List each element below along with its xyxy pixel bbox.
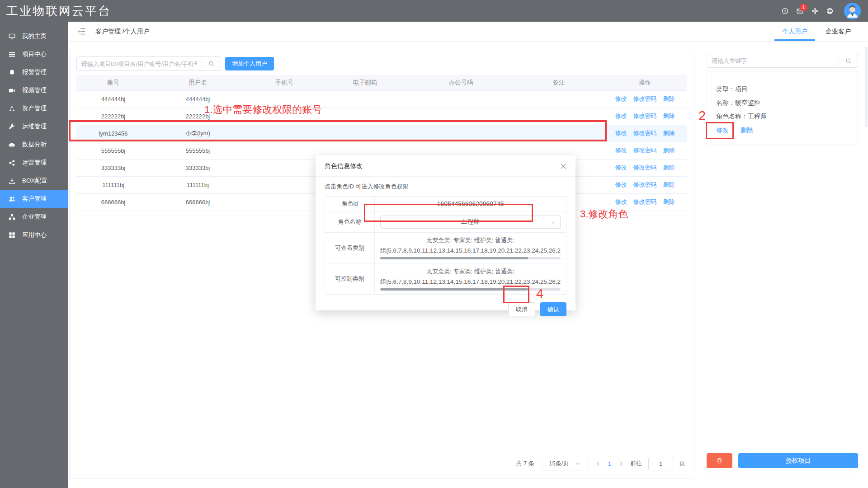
col-office: 办公号码: [407, 75, 515, 90]
sidebar-item-video[interactable]: 视频管理: [0, 81, 68, 99]
delete-link[interactable]: 删除: [663, 181, 675, 188]
sidebar-item-operation[interactable]: 运营管理: [0, 154, 68, 172]
detail-name: 名称：暖空监控: [716, 96, 849, 109]
video-icon: [9, 87, 15, 94]
change-password-link[interactable]: 修改密码: [633, 164, 657, 171]
table-row-selected[interactable]: lym123456小李(lym) 修改修改密码删除: [76, 125, 687, 142]
delete-link[interactable]: 删除: [663, 147, 675, 154]
page-size-select[interactable]: 15条/页: [541, 457, 589, 470]
change-password-link[interactable]: 修改密码: [633, 181, 657, 188]
fold-icon[interactable]: [78, 28, 85, 35]
delete-authorization-button[interactable]: [707, 453, 732, 468]
scrollbar[interactable]: [380, 257, 561, 259]
scrollbar[interactable]: [865, 46, 868, 127]
share-nodes-icon: [9, 160, 15, 166]
page-number[interactable]: 1: [607, 460, 612, 467]
globe-icon[interactable]: [826, 8, 833, 14]
breadcrumb-bar: 客户管理 /个人用户 个人用户 企业客户: [68, 22, 868, 42]
next-page-icon[interactable]: [618, 461, 624, 466]
role-id-label: 角色id: [325, 197, 375, 211]
cancel-button[interactable]: 取消: [508, 302, 535, 316]
close-icon[interactable]: [560, 163, 566, 169]
compress-icon[interactable]: [811, 8, 818, 14]
change-password-link[interactable]: 修改密码: [633, 113, 657, 119]
table-header-row: 账号 用户名 手机号 电子邮箱 办公号码 备注 操作: [76, 75, 687, 90]
search-input[interactable]: [76, 56, 202, 71]
modal-hint: 点击角色ID 可进入修改角色权限: [325, 183, 566, 191]
change-password-link[interactable]: 修改密码: [633, 147, 657, 154]
sidebar-item-analytics[interactable]: 数据分析: [0, 136, 68, 154]
cell-username: 小李(lym): [150, 125, 245, 142]
trash-icon: [716, 457, 723, 464]
edit-link[interactable]: 修改: [615, 130, 627, 136]
edit-link[interactable]: 修改: [615, 113, 627, 119]
change-password-link[interactable]: 修改密码: [633, 130, 657, 136]
role-id-value[interactable]: 1605445660620959745: [437, 200, 504, 207]
tab-enterprise-customer[interactable]: 企业客户: [816, 22, 860, 41]
detail-delete-link[interactable]: 删除: [741, 127, 753, 135]
cell-username: 444444bj: [150, 90, 245, 108]
cell-account: 333333bj: [76, 159, 150, 176]
delete-link[interactable]: 删除: [663, 164, 675, 171]
sidebar-item-projects[interactable]: 项目中心: [0, 45, 68, 63]
col-username: 用户名: [150, 75, 245, 90]
sidebar-item-assets[interactable]: 资产管理: [0, 99, 68, 117]
pagination-total: 共 7 条: [516, 460, 534, 468]
cell-account: 555555bj: [76, 142, 150, 159]
cell-account: 111111bj: [76, 176, 150, 193]
table-row[interactable]: 222222bj222222bj 修改修改密码删除: [76, 108, 687, 125]
divider: [707, 478, 858, 478]
scrollbar[interactable]: [380, 288, 561, 291]
sidebar-item-ops[interactable]: 运维管理: [0, 117, 68, 136]
prev-page-icon[interactable]: [595, 461, 601, 466]
toolbar: 增加个人用户: [76, 56, 687, 71]
goto-page-input[interactable]: [648, 457, 673, 470]
sidebar-item-box-config[interactable]: BOX配置: [0, 172, 68, 190]
delete-link[interactable]: 删除: [663, 95, 675, 102]
role-name-select[interactable]: 工程师: [380, 216, 561, 229]
user-type-tabs: 个人用户 企业客户: [773, 22, 860, 41]
confirm-button[interactable]: 确认: [540, 302, 566, 316]
delete-link[interactable]: 删除: [663, 198, 675, 205]
cell-account: 222222bj: [76, 108, 150, 125]
delete-link[interactable]: 删除: [663, 113, 675, 119]
tab-personal-user[interactable]: 个人用户: [773, 22, 816, 41]
mail-badge: 1: [800, 4, 807, 11]
keyword-input[interactable]: [707, 54, 839, 68]
sidebar-item-enterprise[interactable]: 企业管理: [0, 208, 68, 226]
add-personal-user-button[interactable]: 增加个人用户: [225, 57, 274, 70]
sidebar-item-alarms[interactable]: 报警管理: [0, 63, 68, 81]
authorize-project-button[interactable]: 授权项目: [738, 453, 858, 468]
edit-link[interactable]: 修改: [615, 198, 627, 205]
edit-link[interactable]: 修改: [615, 147, 627, 154]
edit-link[interactable]: 修改: [615, 95, 627, 102]
edit-link[interactable]: 修改: [615, 164, 627, 171]
delete-link[interactable]: 删除: [663, 130, 675, 136]
cell-username: 333333bj: [150, 159, 245, 176]
controllable-category-types: 无安全类; 专家类; 维护类; 普通类;: [426, 267, 514, 276]
avatar[interactable]: [844, 3, 861, 19]
change-password-link[interactable]: 修改密码: [633, 95, 657, 102]
detail-edit-link[interactable]: 修改: [716, 127, 729, 135]
sidebar-label: 企业管理: [22, 213, 47, 221]
sidebar-label: 运营管理: [22, 159, 47, 167]
change-password-link[interactable]: 修改密码: [633, 198, 657, 205]
page-unit-label: 页: [679, 460, 685, 468]
edit-link[interactable]: 修改: [615, 181, 627, 188]
search-button[interactable]: [202, 56, 221, 71]
chevron-down-icon: [575, 461, 580, 466]
sidebar-item-home[interactable]: 我的主页: [0, 27, 68, 45]
keyword-search-button[interactable]: [839, 54, 858, 68]
controllable-category-label: 可控制类别: [325, 263, 375, 294]
sidebar-label: BOX配置: [22, 177, 47, 185]
sidebar-label: 项目中心: [22, 50, 47, 58]
right-panel: 类型：项目 名称：暖空监控 角色名称：工程师 修改 删除 授权项目: [700, 42, 868, 488]
sidebar-item-app-center[interactable]: 应用中心: [0, 226, 68, 244]
controllable-category-groups: 组[5,6,7,8,9,10,11,12,13,14,15,16,17,18,1…: [380, 278, 561, 286]
keyword-search: [707, 54, 858, 68]
goto-label: 前往: [630, 460, 642, 468]
table-row[interactable]: 444444bj444444bj 修改修改密码删除: [76, 90, 687, 108]
help-icon[interactable]: ?: [782, 8, 788, 14]
mail-icon[interactable]: 1: [797, 8, 803, 14]
sidebar-item-customers[interactable]: 客户管理: [0, 190, 68, 208]
